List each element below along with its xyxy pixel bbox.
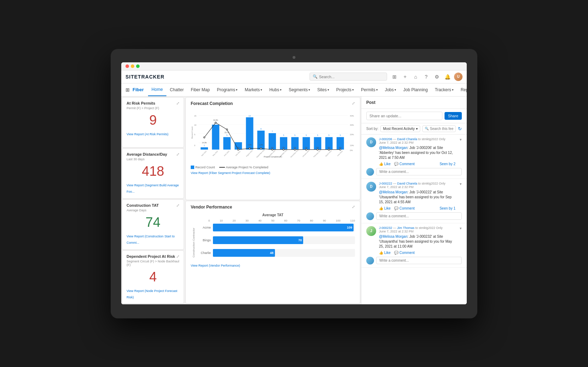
nav-grid-icon[interactable]: ⊞	[125, 87, 130, 93]
vendor-expand-icon[interactable]: ⤢	[352, 205, 355, 209]
like-button-2[interactable]: 👍 Like	[379, 251, 391, 255]
nav-job-planning[interactable]: Job Planning	[400, 84, 431, 96]
chatter-comment-input-1[interactable]	[376, 212, 462, 220]
nav-programs[interactable]: Programs ▾	[213, 84, 241, 96]
svg-text:5: 5	[340, 134, 341, 136]
vendor-chart: Average TAT 0102030405060708090100110 Co…	[191, 212, 355, 262]
nav-projects[interactable]: Projects ▾	[333, 84, 357, 96]
nav-segments[interactable]: Segments ▾	[285, 84, 314, 96]
plus-icon[interactable]: ＋	[401, 73, 409, 81]
sort-select[interactable]: Most Recent Activity ▾	[380, 125, 420, 132]
svg-text:January 2023: January 2023	[302, 149, 310, 157]
sort-by-label: Sort by:	[366, 127, 378, 131]
chatter-comment-input-0[interactable]	[376, 168, 462, 175]
nav-reports[interactable]: Reports ▾	[457, 84, 467, 96]
nav-chatter[interactable]: Chatter	[166, 84, 187, 96]
expand-icon-3[interactable]: ⤢	[176, 254, 179, 259]
svg-point-57	[339, 149, 341, 150]
forecast-expand-icon[interactable]: ⤢	[352, 101, 355, 106]
chatter-search-input[interactable]	[430, 127, 454, 131]
legend-box-blue	[191, 166, 194, 169]
nav-jobs[interactable]: Jobs ▾	[381, 84, 400, 96]
chatter-from-link-1[interactable]: David Charela	[397, 182, 417, 185]
minimize-button[interactable]	[131, 64, 134, 68]
vendor-value-bingo: 70	[298, 238, 302, 242]
nav-hubs[interactable]: Hubs ▾	[266, 84, 285, 96]
nav-markets[interactable]: Markets ▾	[241, 84, 266, 96]
chatter-item-0: D J-000206 — David Charela to stmktg2022…	[361, 135, 467, 179]
sort-option-label: Most Recent Activity	[383, 127, 415, 131]
svg-text:August 2022: August 2022	[246, 149, 253, 157]
nav-home[interactable]: Home	[148, 83, 166, 96]
svg-text:40%: 40%	[350, 115, 354, 117]
metric-card-construction-tat: Construction TAT ⤢ Average Days 74 View …	[122, 199, 184, 250]
laptop-frame: SITETRACKER 🔍 ⊞ ＋ ⌂ ? ⚙ 🔔 U ⊞ Fib	[111, 49, 477, 318]
close-button[interactable]	[125, 64, 129, 68]
avatar[interactable]: U	[454, 73, 463, 81]
vendor-row-bingo: Bingo 70	[197, 236, 355, 244]
vendor-report-link[interactable]: View Report (Vendor Performance)	[191, 264, 240, 267]
svg-point-48	[238, 149, 239, 150]
svg-text:June 2023: June 2023	[337, 150, 343, 156]
comment-button-0[interactable]: 💬 Comment	[394, 162, 415, 166]
expand-icon-1[interactable]: ⤢	[176, 152, 179, 157]
metric-subtitle-1: Last 30 days	[127, 157, 179, 161]
app-header: SITETRACKER 🔍 ⊞ ＋ ⌂ ? ⚙ 🔔 U	[121, 70, 467, 83]
nav-app-name[interactable]: Fiber	[133, 83, 144, 96]
svg-point-56	[328, 149, 330, 150]
mention-link-1[interactable]: @Melissa Morgan	[379, 190, 408, 194]
comment-button-2[interactable]: 💬 Comment	[394, 251, 415, 255]
metric-link-2[interactable]: View Report (Construction Start to Commi…	[127, 235, 174, 244]
metric-subtitle-3: Segment Circuit (F) > Node Backhaul (F)	[127, 260, 179, 267]
forecast-report-link[interactable]: View Report (Fiber Segment Project Forec…	[191, 171, 270, 175]
chatter-from-link-0[interactable]: David Charela	[397, 137, 417, 141]
metric-link-3[interactable]: View Report (Node Project Forecast Risk)	[127, 289, 177, 299]
maximize-button[interactable]	[136, 64, 140, 68]
mention-link-2[interactable]: @Melissa Morgan	[379, 235, 408, 238]
vendor-bar-bg-bingo: 70	[213, 236, 355, 244]
chatter-job-link-2[interactable]: J-000232	[379, 226, 392, 230]
share-button[interactable]: Share	[445, 112, 462, 120]
like-button-1[interactable]: 👍 Like	[379, 206, 391, 210]
vendor-value-charlie: 48	[270, 251, 274, 255]
like-button-0[interactable]: 👍 Like	[379, 162, 391, 166]
chatter-comment-row-2	[366, 257, 462, 265]
nav-fibermap[interactable]: Fiber Map	[187, 84, 213, 96]
chatter-more-icon-1[interactable]: ▾	[460, 182, 462, 186]
svg-text:5: 5	[226, 134, 227, 136]
expand-icon-0[interactable]: ⤢	[176, 101, 179, 106]
chatter-more-icon-0[interactable]: ▾	[460, 137, 462, 142]
search-input[interactable]	[319, 75, 384, 79]
chevron-down-icon: ▾	[236, 88, 238, 92]
chatter-job-link-1[interactable]: J-000222	[379, 182, 392, 185]
chatter-job-link-0[interactable]: J-000206	[379, 137, 392, 141]
svg-point-50	[260, 148, 262, 149]
chatter-more-icon-2[interactable]: ▾	[460, 226, 462, 231]
bell-icon[interactable]: 🔔	[443, 73, 451, 81]
svg-text:1.2%: 1.2%	[248, 144, 252, 145]
nav-sites[interactable]: Sites ▾	[314, 84, 333, 96]
metric-link-0[interactable]: View Report (At Risk Permits)	[127, 132, 169, 136]
vendor-name-bingo: Bingo	[197, 238, 213, 242]
metric-link-1[interactable]: View Report (Segment Build Average Foo..…	[127, 184, 179, 193]
grid-icon[interactable]: ⊞	[391, 73, 398, 81]
chatter-content-1: J-000222 — David Charela to stmktg2022 O…	[379, 182, 455, 210]
nav-permits[interactable]: Permits ▾	[357, 84, 381, 96]
refresh-icon[interactable]: ↻	[458, 126, 462, 131]
comment-button-1[interactable]: 💬 Comment	[394, 206, 415, 210]
chatter-from-link-2[interactable]: Jim Thomas	[397, 226, 415, 230]
nav-trackers[interactable]: Trackers ▾	[431, 84, 457, 96]
chevron-down-icon: ▾	[394, 88, 396, 92]
chatter-search-bar[interactable]: 🔍	[422, 125, 456, 132]
chatter-update-input[interactable]	[366, 112, 442, 120]
mention-link-0[interactable]: @Melissa Morgan	[379, 146, 408, 150]
chatter-comment-row-0	[366, 168, 462, 176]
help-icon[interactable]: ?	[422, 73, 430, 81]
home-icon[interactable]: ⌂	[412, 73, 419, 81]
expand-icon-2[interactable]: ⤢	[176, 203, 179, 208]
search-bar[interactable]: 🔍	[310, 73, 387, 81]
app-chrome: SITETRACKER 🔍 ⊞ ＋ ⌂ ? ⚙ 🔔 U ⊞ Fib	[121, 70, 467, 304]
chatter-avatar-0: D	[366, 137, 376, 147]
chatter-comment-input-2[interactable]	[376, 257, 462, 264]
settings-icon[interactable]: ⚙	[433, 73, 441, 81]
